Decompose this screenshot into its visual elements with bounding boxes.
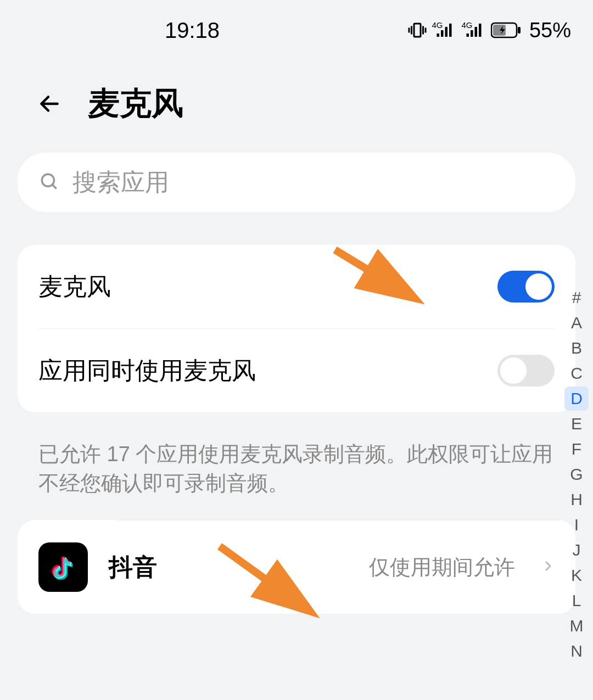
index-h[interactable]: H [564, 488, 589, 512]
page-header: 麦克风 [0, 60, 593, 153]
search-icon [38, 171, 59, 194]
app-list-card: 抖音 仅使用期间允许 [18, 520, 575, 614]
signal-1-icon: 4G [432, 20, 457, 40]
alpha-index-bar[interactable]: # A B C D E F G H I J K L M N [564, 285, 589, 663]
mic-master-row[interactable]: 麦克风 [18, 245, 575, 328]
signal-2-icon: 4G [461, 20, 486, 40]
back-arrow-icon [36, 90, 63, 117]
status-bar: 19:18 4G 4G 55% [0, 0, 593, 60]
svg-rect-4 [518, 27, 521, 33]
vibrate-icon [407, 20, 427, 40]
toggle-knob [500, 357, 527, 384]
index-d[interactable]: D [564, 387, 589, 411]
index-i[interactable]: I [564, 513, 589, 537]
back-button[interactable] [33, 87, 66, 120]
app-name: 抖音 [109, 551, 348, 584]
battery-percent: 55% [529, 19, 571, 42]
index-c[interactable]: C [564, 361, 589, 385]
index-j[interactable]: J [564, 538, 589, 562]
svg-rect-0 [414, 24, 421, 37]
battery-icon [491, 21, 522, 39]
search-input[interactable]: 搜索应用 [18, 153, 575, 212]
status-right: 4G 4G 55% [407, 19, 571, 42]
svg-text:4G: 4G [461, 20, 472, 30]
chevron-right-icon [541, 556, 555, 578]
index-l[interactable]: L [564, 589, 589, 613]
status-time: 19:18 [165, 18, 220, 43]
svg-text:4G: 4G [432, 20, 443, 30]
app-permission-status: 仅使用期间允许 [369, 553, 515, 581]
index-g[interactable]: G [564, 462, 589, 486]
index-e[interactable]: E [564, 412, 589, 436]
index-a[interactable]: A [564, 311, 589, 335]
page-title: 麦克风 [88, 82, 183, 125]
app-row-douyin[interactable]: 抖音 仅使用期间允许 [18, 520, 575, 614]
index-m[interactable]: M [564, 614, 589, 638]
toggle-knob [525, 273, 552, 300]
mic-master-label: 麦克风 [38, 271, 111, 303]
index-b[interactable]: B [564, 336, 589, 360]
douyin-app-icon [38, 542, 88, 592]
permission-description: 已允许 17 个应用使用麦克风录制音频。此权限可让应用不经您确认即可录制音频。 [18, 429, 575, 520]
multi-app-mic-label: 应用同时使用麦克风 [38, 355, 256, 387]
mic-master-toggle[interactable] [497, 271, 555, 303]
index-hash[interactable]: # [564, 285, 589, 310]
multi-app-mic-row[interactable]: 应用同时使用麦克风 [18, 329, 575, 412]
index-n[interactable]: N [564, 639, 589, 663]
index-f[interactable]: F [564, 437, 589, 461]
index-k[interactable]: K [564, 563, 589, 587]
multi-app-mic-toggle[interactable] [497, 355, 555, 387]
search-placeholder: 搜索应用 [72, 166, 169, 199]
mic-settings-card: 麦克风 应用同时使用麦克风 [18, 245, 575, 412]
